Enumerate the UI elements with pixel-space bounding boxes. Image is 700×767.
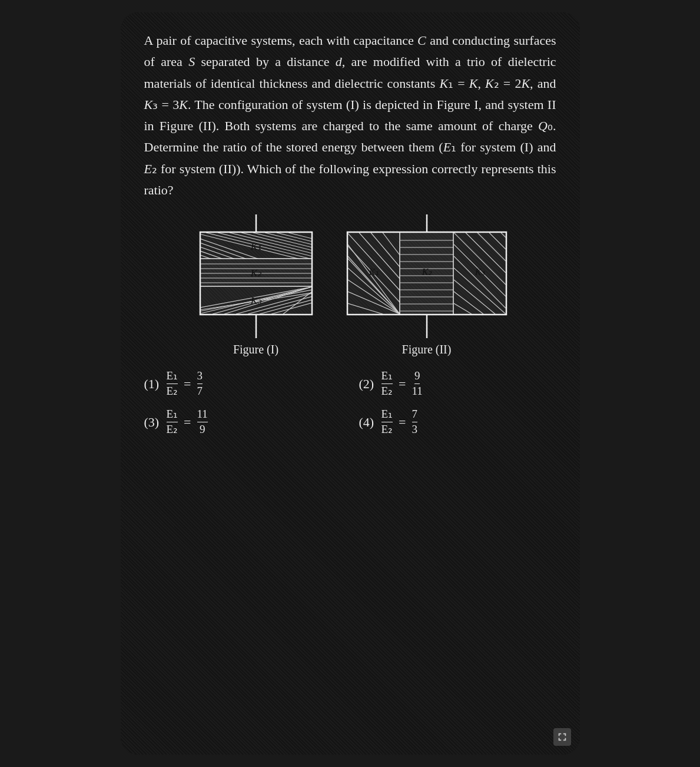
figure-I-diagram: K₁ K₂ <box>188 214 324 338</box>
phone-frame: A pair of capacitive systems, each with … <box>121 12 580 755</box>
answer-2-fraction: E₁ E₂ <box>381 370 393 398</box>
content-area: A pair of capacitive systems, each with … <box>144 30 556 436</box>
answer-1-value-den: 7 <box>197 384 203 398</box>
answer-1-value: 3 7 <box>197 370 203 398</box>
answer-1-numerator: E₁ <box>167 370 178 384</box>
answer-3-numerator: E₁ <box>167 408 178 422</box>
answer-3-number: (3) <box>144 415 161 430</box>
svg-text:K₁: K₁ <box>250 241 261 252</box>
figure-II-wrapper: K₁ <box>341 214 512 356</box>
answer-2-denominator: E₂ <box>381 384 393 398</box>
expand-button[interactable] <box>553 728 571 746</box>
answer-4: (4) E₁ E₂ = 7 3 <box>359 408 556 436</box>
answer-2-value: 9 11 <box>412 370 423 398</box>
answer-4-equals: = <box>399 415 406 430</box>
answer-3-value-den: 9 <box>200 422 205 436</box>
expand-icon <box>557 732 568 742</box>
answer-1-value-num: 3 <box>197 370 203 384</box>
answer-2-number: (2) <box>359 376 376 392</box>
answers-container: (1) E₁ E₂ = 3 7 (2) E₁ E₂ = <box>144 370 556 436</box>
answer-3-fraction: E₁ E₂ <box>167 408 178 436</box>
answer-3-equals: = <box>184 415 191 430</box>
answer-1-fraction: E₁ E₂ <box>167 370 178 398</box>
answer-1-equals: = <box>184 376 191 392</box>
answer-1-denominator: E₂ <box>167 384 178 398</box>
answer-2-value-num: 9 <box>414 370 420 384</box>
answer-4-fraction: E₁ E₂ <box>381 408 393 436</box>
figure-I-label: Figure (I) <box>233 343 278 356</box>
figures-container: K₁ K₂ <box>144 214 556 356</box>
svg-text:K₃: K₃ <box>474 267 485 277</box>
answer-4-number: (4) <box>359 415 376 430</box>
answer-2-value-den: 11 <box>412 384 423 398</box>
answer-2-numerator: E₁ <box>381 370 393 384</box>
answer-1: (1) E₁ E₂ = 3 7 <box>144 370 341 398</box>
svg-text:K₁: K₁ <box>368 267 379 277</box>
answer-3-value-num: 11 <box>197 408 208 422</box>
answer-3-value: 11 9 <box>197 408 208 436</box>
answer-2-equals: = <box>399 376 406 392</box>
answer-4-value-num: 7 <box>412 408 418 422</box>
answer-4-value: 7 3 <box>412 408 418 436</box>
problem-text: A pair of capacitive systems, each with … <box>144 30 556 201</box>
answer-3: (3) E₁ E₂ = 11 9 <box>144 408 341 436</box>
answer-3-denominator: E₂ <box>167 422 178 436</box>
figure-II-label: Figure (II) <box>402 343 452 356</box>
answer-4-denominator: E₂ <box>381 422 393 436</box>
figure-I-wrapper: K₁ K₂ <box>188 214 324 356</box>
answer-4-numerator: E₁ <box>381 408 393 422</box>
svg-text:K₃: K₃ <box>250 295 261 306</box>
answer-1-number: (1) <box>144 376 161 392</box>
answer-4-value-den: 3 <box>412 422 418 436</box>
svg-text:K₂: K₂ <box>250 267 261 279</box>
figure-II-diagram: K₁ <box>341 214 512 338</box>
svg-text:K₂: K₂ <box>421 267 432 277</box>
answer-2: (2) E₁ E₂ = 9 11 <box>359 370 556 398</box>
